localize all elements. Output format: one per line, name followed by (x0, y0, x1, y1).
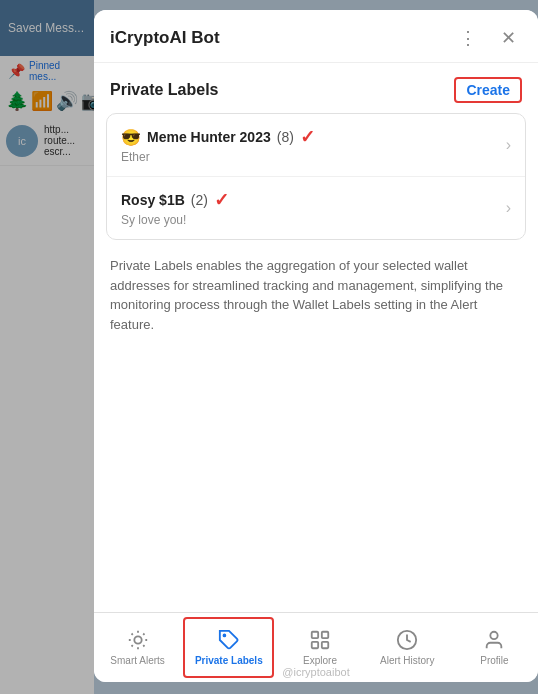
alert-history-icon (396, 629, 418, 651)
section-title: Private Labels (110, 81, 219, 99)
modal-header: iCryptoAI Bot ⋮ ✕ (94, 10, 538, 63)
item-subtitle-1: Ether (121, 150, 315, 164)
svg-rect-3 (312, 632, 318, 638)
list-item[interactable]: Rosy $1B (2) ✓ Sy love you! › (107, 177, 525, 239)
nav-label-profile: Profile (480, 655, 508, 666)
item-name-2: Rosy $1B (121, 192, 185, 208)
more-options-button[interactable]: ⋮ (454, 24, 482, 52)
svg-point-8 (491, 632, 498, 639)
chevron-right-icon: › (506, 199, 511, 217)
modal-title: iCryptoAI Bot (110, 28, 220, 48)
item-emoji-1: 😎 (121, 128, 141, 147)
item-title: 😎 Meme Hunter 2023 (8) ✓ (121, 126, 315, 148)
explore-icon (309, 629, 331, 651)
create-button[interactable]: Create (454, 77, 522, 103)
item-subtitle-2: Sy love you! (121, 213, 229, 227)
nav-label-smart-alerts: Smart Alerts (110, 655, 164, 666)
svg-rect-4 (322, 632, 328, 638)
svg-point-2 (223, 635, 225, 637)
nav-label-explore: Explore (303, 655, 337, 666)
close-icon: ✕ (501, 27, 516, 49)
labels-list: 😎 Meme Hunter 2023 (8) ✓ Ether › Rosy $1… (106, 113, 526, 240)
three-dots-icon: ⋮ (459, 27, 477, 49)
item-content: Rosy $1B (2) ✓ Sy love you! (121, 189, 229, 227)
checkmark-icon-1: ✓ (300, 126, 315, 148)
svg-rect-5 (312, 642, 318, 648)
nav-label-alert-history: Alert History (380, 655, 434, 666)
modal-container: iCryptoAI Bot ⋮ ✕ Private Labels Create … (94, 10, 538, 682)
svg-rect-6 (322, 642, 328, 648)
nav-label-private-labels: Private Labels (195, 655, 263, 666)
item-name-1: Meme Hunter 2023 (147, 129, 271, 145)
section-header: Private Labels Create (94, 63, 538, 113)
bot-watermark: @icryptoaibot (94, 666, 538, 678)
close-button[interactable]: ✕ (494, 24, 522, 52)
item-content: 😎 Meme Hunter 2023 (8) ✓ Ether (121, 126, 315, 164)
item-count-1: (8) (277, 129, 294, 145)
header-icons: ⋮ ✕ (454, 24, 522, 52)
chevron-right-icon: › (506, 136, 511, 154)
svg-point-0 (134, 636, 141, 643)
item-count-2: (2) (191, 192, 208, 208)
item-title: Rosy $1B (2) ✓ (121, 189, 229, 211)
smart-alerts-icon (127, 629, 149, 651)
list-item[interactable]: 😎 Meme Hunter 2023 (8) ✓ Ether › (107, 114, 525, 177)
description-text: Private Labels enables the aggregation o… (94, 240, 538, 350)
profile-icon (483, 629, 505, 651)
checkmark-icon-2: ✓ (214, 189, 229, 211)
private-labels-icon (218, 629, 240, 651)
